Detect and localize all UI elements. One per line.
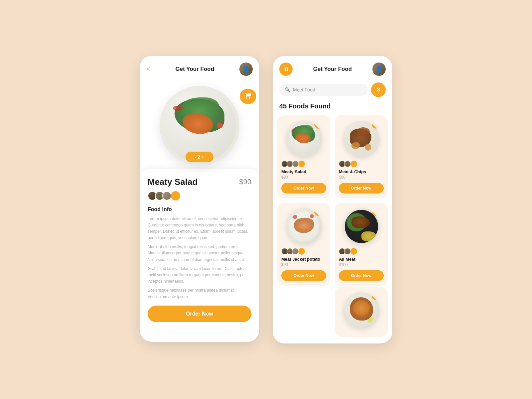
food-header-row: Meaty Salad $90 xyxy=(148,177,251,187)
onion-layer xyxy=(173,106,183,111)
card-avatars-4 xyxy=(339,248,357,255)
card-mini-avatar-4-2 xyxy=(344,248,351,255)
card-food-name-1: Meaty Salad xyxy=(281,169,306,174)
card-mini-avatar-more xyxy=(298,161,305,167)
salad-visual xyxy=(170,96,229,156)
card-cart-badge-5[interactable] xyxy=(372,292,380,300)
card-avatars-3 xyxy=(281,248,305,255)
avatar[interactable]: 👤 xyxy=(239,63,253,76)
food-image-1 xyxy=(286,121,322,157)
order-now-button[interactable]: Order Now xyxy=(148,306,251,322)
card-order-btn-3[interactable]: Order Now xyxy=(281,270,326,281)
card-cart-badge-3[interactable] xyxy=(314,208,322,216)
food-card-3: Meat Jacket potato $90 Order Now xyxy=(277,203,330,286)
food-image-4 xyxy=(343,208,380,245)
food-price: $90 xyxy=(239,178,251,186)
card-mini-avatar-4-more xyxy=(350,248,357,255)
left-phone: < Get Your Food 👤 xyxy=(140,56,259,342)
cart-icon xyxy=(245,92,251,99)
card-food-name-2: Meat & Chips xyxy=(339,169,366,174)
card-food-price-2: $80 xyxy=(339,175,345,180)
food-description-1: Lorem ipsum dolor sit amet, consectetur … xyxy=(148,216,251,241)
food-image-5 xyxy=(343,292,380,329)
card-food-price-3: $90 xyxy=(281,262,288,267)
card-food-name-3: Meat Jacket potato xyxy=(281,257,320,262)
back-button[interactable]: < xyxy=(146,65,150,73)
food-plate-inner xyxy=(163,89,236,162)
food-description-3: Grabit sed lacinia dolor, vivam lacus lo… xyxy=(148,266,251,285)
pause-bar-1 xyxy=(285,67,286,71)
filter-icon: ⚙ xyxy=(376,86,381,93)
card-cart-badge-1[interactable] xyxy=(314,121,322,129)
plate-base-3 xyxy=(289,211,319,241)
card-food-price-4: $100 xyxy=(339,262,348,267)
food-image-3 xyxy=(286,208,322,245)
left-header: < Get Your Food 👤 xyxy=(140,56,259,79)
food-image-2 xyxy=(343,121,380,157)
salmon-layer xyxy=(183,114,213,134)
card-cart-badge-4[interactable] xyxy=(372,208,380,216)
results-count: 45 Foods Found xyxy=(273,102,392,115)
card-mini-avatar-3-more xyxy=(298,248,305,255)
card-mini-avatar-2-more xyxy=(350,161,357,167)
search-row: 🔍 Meet Food ⚙ xyxy=(273,79,392,102)
search-icon: 🔍 xyxy=(285,87,290,92)
food-card-4: All Meat $100 Order Now xyxy=(335,203,388,286)
avatar-image: 👤 xyxy=(239,63,253,76)
pause-button[interactable] xyxy=(279,63,293,76)
food-card-5 xyxy=(335,287,388,337)
right-header: Get Your Food 👤 xyxy=(273,56,392,79)
food-info-title: Food Info xyxy=(148,206,251,212)
pause-bar-2 xyxy=(287,67,288,71)
filter-button[interactable]: ⚙ xyxy=(371,82,386,97)
right-phone: Get Your Food 👤 🔍 Meet Food ⚙ 45 Foods F… xyxy=(273,56,392,343)
card-mini-avatar-2-2 xyxy=(344,161,351,167)
search-box[interactable]: 🔍 Meet Food xyxy=(279,84,368,96)
food-description-4: Scelerisque habitasse per nostra platea … xyxy=(148,287,251,300)
cart-badge-button[interactable] xyxy=(240,89,256,104)
food-name: Meaty Salad xyxy=(148,177,198,187)
card-order-btn-4[interactable]: Order Now xyxy=(339,270,384,281)
food-grid: Meaty Salad $90 Order Now xyxy=(273,115,392,343)
reviewer-avatar-3 xyxy=(162,191,172,200)
plate-base-5 xyxy=(346,296,376,326)
food-card-1: Meaty Salad $90 Order Now xyxy=(277,115,330,198)
card-cart-badge-2[interactable] xyxy=(372,121,380,129)
plate-base-2 xyxy=(346,124,376,154)
detail-card: Meaty Salad $90 Food Info Lorem ipsum do… xyxy=(140,169,259,332)
right-avatar[interactable]: 👤 xyxy=(372,63,386,76)
card-order-btn-2[interactable]: Order Now xyxy=(339,183,384,194)
card-mini-avatar-3-3 xyxy=(292,248,299,255)
food-image-section: - 2 + xyxy=(146,79,253,172)
card-food-name-4: All Meat xyxy=(339,257,355,262)
plate-base-1 xyxy=(289,124,319,154)
right-header-title: Get Your Food xyxy=(313,66,352,72)
quantity-button[interactable]: - 2 + xyxy=(186,152,213,162)
card-avatars-1 xyxy=(281,161,305,167)
reviewers-avatars xyxy=(148,191,251,200)
food-description-2: Morbi at nibh mollis, feugiat tellus sed… xyxy=(148,244,251,263)
search-placeholder: Meet Food xyxy=(293,87,315,92)
card-order-btn-1[interactable]: Order Now xyxy=(281,183,326,194)
card-food-price-1: $90 xyxy=(281,175,288,180)
right-avatar-image: 👤 xyxy=(372,63,386,76)
card-avatars-2 xyxy=(339,161,357,167)
pause-icon xyxy=(285,67,288,71)
reviewer-avatar-more xyxy=(171,191,180,200)
food-card-2: Meat & Chips $80 Order Now xyxy=(335,115,388,198)
card-mini-avatar-3 xyxy=(292,161,299,167)
left-header-title: Get Your Food xyxy=(176,66,214,72)
tomato-layer xyxy=(217,122,223,128)
